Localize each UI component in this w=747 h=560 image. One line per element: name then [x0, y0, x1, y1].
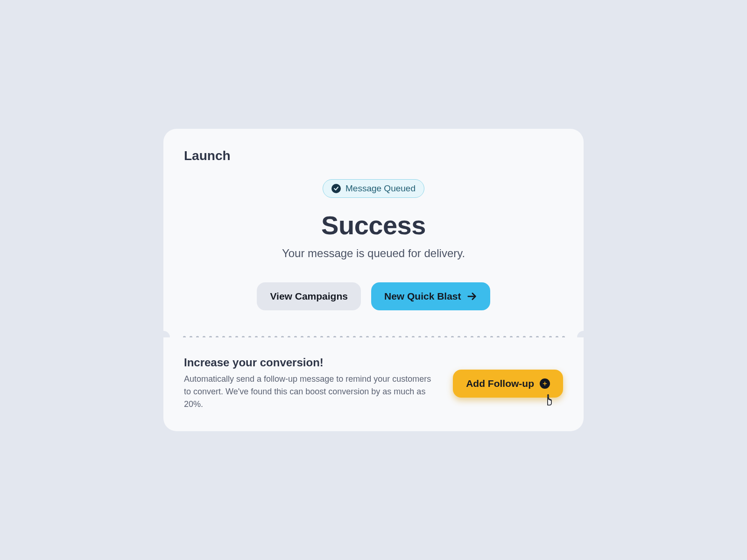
new-quick-blast-label: New Quick Blast	[384, 291, 461, 302]
new-quick-blast-button[interactable]: New Quick Blast	[371, 282, 490, 310]
card-bottom-panel: Increase your conversion! Automatically …	[163, 337, 584, 431]
success-heading: Success	[321, 210, 426, 240]
promo-body: Automatically send a follow-up message t…	[184, 373, 436, 411]
view-campaigns-button[interactable]: View Campaigns	[257, 282, 361, 310]
promo-text-block: Increase your conversion! Automatically …	[184, 356, 442, 411]
plus-circle-icon	[540, 378, 550, 389]
card-top-panel: Launch Message Queued Success Your messa…	[163, 129, 584, 337]
page-title: Launch	[184, 148, 563, 163]
action-row: View Campaigns New Quick Blast	[257, 282, 490, 310]
add-follow-up-button[interactable]: Add Follow-up	[453, 370, 563, 398]
status-badge-label: Message Queued	[345, 183, 416, 194]
arrow-right-icon	[467, 291, 477, 301]
status-badge: Message Queued	[323, 179, 424, 198]
view-campaigns-label: View Campaigns	[270, 291, 348, 302]
launch-card: Launch Message Queued Success Your messa…	[163, 129, 584, 431]
pointer-cursor-icon	[543, 393, 555, 406]
add-follow-up-label: Add Follow-up	[466, 378, 534, 389]
success-subtext: Your message is queued for delivery.	[282, 247, 465, 260]
success-stack: Message Queued Success Your message is q…	[184, 179, 563, 310]
promo-title: Increase your conversion!	[184, 356, 442, 369]
check-circle-icon	[331, 184, 341, 193]
